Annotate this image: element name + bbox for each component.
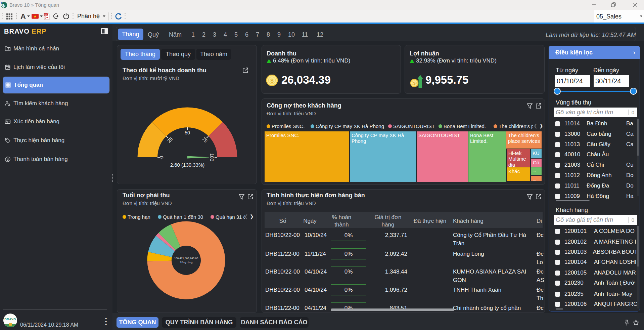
svg-text:0: 0 <box>159 156 164 159</box>
svg-text:Tổng cộng: Tổng cộng <box>180 261 193 264</box>
svg-text:100,471,503,743.00: 100,471,503,743.00 <box>174 257 198 260</box>
svg-text:$: $ <box>413 81 416 86</box>
svg-text:50: 50 <box>185 130 190 135</box>
svg-text:$: $ <box>270 78 274 84</box>
svg-text:2.60 (130.33%): 2.60 (130.33%) <box>170 162 205 168</box>
svg-text:b: b <box>3 3 5 8</box>
svg-text:PDF: PDF <box>44 14 48 16</box>
svg-text:100: 100 <box>209 153 215 161</box>
